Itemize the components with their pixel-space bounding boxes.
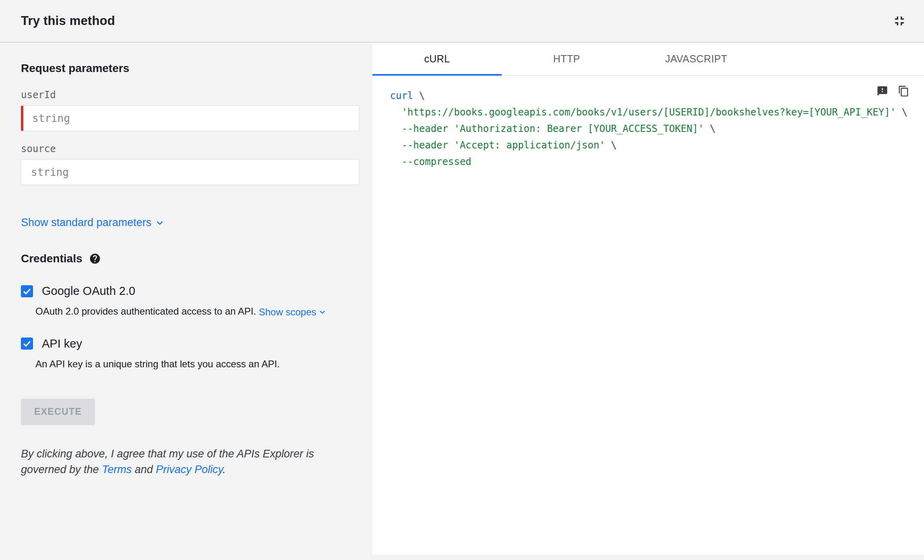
chevron-down-icon (154, 217, 166, 229)
help-icon[interactable] (89, 253, 101, 265)
copy-icon[interactable] (898, 85, 910, 97)
checkmark-icon (22, 286, 32, 296)
source-label: source (21, 143, 359, 154)
show-standard-parameters-label: Show standard parameters (21, 216, 151, 229)
credentials-heading-row: Credentials (21, 252, 359, 265)
userid-label: userId (21, 89, 359, 101)
panel-header: Try this method (0, 0, 924, 43)
oauth-description: OAuth 2.0 provides authenticated access … (35, 306, 359, 318)
code-line: curl \ (390, 88, 910, 104)
tab-javascript[interactable]: JAVASCRIPT (631, 43, 761, 75)
credential-oauth: Google OAuth 2.0 OAuth 2.0 provides auth… (21, 284, 359, 318)
terms-link[interactable]: Terms (102, 463, 132, 476)
api-key-label: API key (42, 337, 82, 350)
api-key-checkbox[interactable] (21, 338, 33, 350)
checkmark-icon (22, 339, 32, 348)
code-line: --header 'Accept: application/json' \ (390, 137, 910, 154)
tab-curl[interactable]: cURL (372, 43, 502, 75)
code-line: --compressed (390, 154, 910, 170)
show-scopes-link[interactable]: Show scopes (259, 307, 328, 318)
code-line: 'https://books.googleapis.com/books/v1/u… (390, 104, 910, 121)
credentials-heading: Credentials (21, 252, 82, 265)
source-input[interactable] (21, 159, 359, 185)
userid-input[interactable] (21, 105, 359, 131)
code-sample-panel: cURL HTTP JAVASCRIPT curl \ 'https://boo… (372, 43, 924, 554)
show-standard-parameters-link[interactable]: Show standard parameters (21, 216, 166, 229)
field-userid: userId (21, 89, 359, 131)
request-parameters-heading: Request parameters (21, 62, 359, 75)
oauth-checkbox[interactable] (21, 285, 33, 297)
try-this-method-panel: Try this method Request parameters userI… (0, 0, 924, 559)
panel-body: Request parameters userId source Show st… (0, 43, 924, 559)
feedback-icon[interactable] (877, 85, 888, 97)
oauth-label: Google OAuth 2.0 (42, 284, 135, 298)
panel-title: Try this method (21, 14, 115, 28)
tab-http[interactable]: HTTP (502, 43, 631, 75)
code-line: --header 'Authorization: Bearer [YOUR_AC… (390, 121, 910, 137)
disclaimer-text: By clicking above, I agree that my use o… (21, 446, 357, 478)
api-key-description: An API key is a unique string that lets … (35, 358, 359, 370)
fullscreen-exit-icon[interactable] (892, 13, 907, 29)
code-area: curl \ 'https://books.googleapis.com/boo… (372, 76, 924, 554)
code-actions (877, 85, 910, 97)
code-block: curl \ 'https://books.googleapis.com/boo… (390, 88, 910, 170)
request-panel: Request parameters userId source Show st… (0, 43, 372, 559)
field-source: source (21, 143, 359, 185)
execute-button[interactable]: EXECUTE (21, 399, 95, 425)
code-tabs: cURL HTTP JAVASCRIPT (372, 43, 924, 76)
chevron-down-icon (317, 307, 328, 317)
credential-api-key: API key An API key is a unique string th… (21, 337, 359, 370)
privacy-policy-link[interactable]: Privacy Policy (156, 463, 223, 476)
